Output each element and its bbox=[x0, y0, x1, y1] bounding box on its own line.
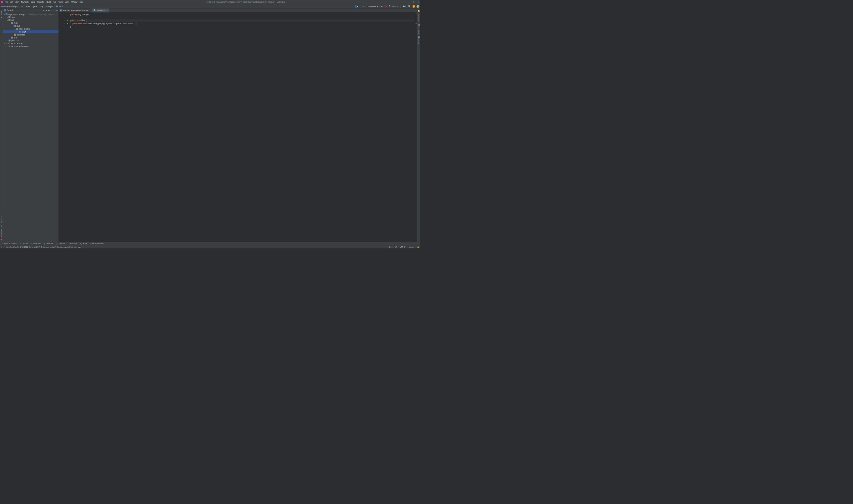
search-icon[interactable]: 🔍 bbox=[408, 5, 411, 8]
project-tool-button[interactable]: Project bbox=[1, 10, 2, 15]
breadcrumb-item[interactable]: Main bbox=[59, 5, 63, 7]
profile-button[interactable]: ◔▾ bbox=[393, 5, 396, 8]
coverage-button[interactable]: ⛨ bbox=[389, 5, 391, 8]
notifications-tool-button[interactable]: 🔔 Notifications bbox=[418, 10, 420, 22]
menu-window[interactable]: Window bbox=[71, 1, 77, 3]
menu-help[interactable]: Help bbox=[80, 1, 84, 3]
class-icon: C bbox=[93, 9, 95, 11]
tree-row-test[interactable]: ▸ test bbox=[3, 36, 58, 39]
breadcrumb-item[interactable]: example bbox=[46, 5, 53, 7]
run-line-icon[interactable]: ▶ bbox=[67, 19, 68, 21]
tree-row-src[interactable]: ▾ src bbox=[3, 19, 58, 22]
terminal-tool-button[interactable]: ▣Terminal bbox=[43, 243, 53, 245]
menu-code[interactable]: Code bbox=[31, 1, 35, 3]
translate-icon[interactable]: �文 bbox=[403, 5, 407, 8]
encoding[interactable]: UTF-8 bbox=[400, 246, 405, 248]
tree-row-ext-libs[interactable]: ▸ ⫿⫿⫿ External Libraries bbox=[3, 42, 58, 45]
select-opened-icon[interactable]: ⊕ bbox=[43, 9, 45, 11]
chevron-down-icon[interactable]: ▾ bbox=[12, 25, 13, 26]
chevron-down-icon[interactable]: ▼ bbox=[15, 10, 16, 11]
profiler-tool-button[interactable]: ◔Profiler bbox=[56, 243, 65, 245]
line-ending[interactable]: LF bbox=[395, 246, 397, 248]
warning-marker[interactable] bbox=[416, 23, 417, 23]
menu-navigate[interactable]: Navigate bbox=[21, 1, 29, 3]
menu-run[interactable]: Run bbox=[53, 1, 56, 3]
close-button[interactable]: ✕ bbox=[418, 1, 419, 3]
structure-tool-button[interactable]: Structure bbox=[1, 216, 2, 223]
chevron-right-icon: 〉 bbox=[43, 5, 45, 8]
tree-row-idea[interactable]: ▸ .idea bbox=[3, 16, 58, 19]
problems-tool-button[interactable]: ⊘Problems bbox=[30, 243, 41, 245]
project-tree: ▾ equipment-manage D:\YhcResource\myProj… bbox=[3, 12, 58, 242]
breadcrumb-item[interactable]: java bbox=[33, 5, 37, 7]
project-panel-title[interactable]: Project bbox=[7, 9, 13, 11]
chevron-down-icon[interactable]: ▾ bbox=[7, 19, 8, 21]
maximize-button[interactable]: ❐ bbox=[413, 1, 415, 3]
tree-row-java[interactable]: ▾ java bbox=[3, 24, 58, 28]
chevron-down-icon[interactable]: ▾ bbox=[4, 14, 5, 15]
structure-icon[interactable]: ⧉ bbox=[1, 225, 2, 227]
tree-row-resources[interactable]: resources bbox=[3, 33, 58, 36]
window-title: equipment-manage [D:\YhcResource\myProje… bbox=[84, 1, 408, 3]
todo-tool-button[interactable]: ≡TODO bbox=[19, 243, 28, 245]
bookmarks-tool-button[interactable]: Bookmarks bbox=[1, 229, 2, 237]
database-tool-button[interactable]: 🗄 Database bbox=[418, 24, 420, 34]
back-icon[interactable]: ↖ bbox=[362, 5, 364, 8]
maven-tool-button[interactable]: m Maven bbox=[418, 36, 420, 44]
breadcrumb-item[interactable]: org bbox=[40, 5, 42, 7]
bookmark-icon[interactable]: ■ bbox=[1, 17, 2, 19]
expand-all-icon[interactable]: ⇥ bbox=[46, 9, 47, 11]
tab-main[interactable]: C Main.java × bbox=[92, 8, 109, 13]
version-control-tool-button[interactable]: ⎇Version Control bbox=[1, 243, 17, 245]
chevron-right-icon[interactable]: ▸ bbox=[7, 16, 8, 18]
tab-menu-icon[interactable]: ⋮ bbox=[412, 10, 417, 12]
menu-edit[interactable]: Edit bbox=[10, 1, 13, 3]
inspection-ok-icon[interactable]: ✔ bbox=[415, 13, 417, 15]
chevron-right-icon: 〉 bbox=[31, 5, 33, 8]
debug-button[interactable]: 🐞 bbox=[384, 5, 387, 8]
tree-row-main[interactable]: ▾ main bbox=[3, 22, 58, 24]
menu-view[interactable]: View bbox=[15, 1, 19, 3]
add-user-icon[interactable]: 👤▾ bbox=[354, 5, 358, 7]
hide-icon[interactable]: — bbox=[56, 9, 57, 11]
tab-pom[interactable]: m pom.xml (equipment-manage) × bbox=[58, 8, 92, 13]
menu-refactor[interactable]: Refactor bbox=[37, 1, 45, 3]
dependencies-tool-button[interactable]: ⧉Dependencies bbox=[89, 243, 104, 245]
services-tool-button[interactable]: ▶Services bbox=[67, 243, 77, 245]
cursor-position[interactable]: 3:14 bbox=[389, 246, 393, 248]
menu-file[interactable]: File bbox=[5, 1, 8, 3]
close-tab-icon[interactable]: × bbox=[89, 10, 90, 12]
lock-icon[interactable]: 🔒 bbox=[417, 246, 419, 248]
tool-windows-icon[interactable] bbox=[1, 246, 3, 248]
menu-build[interactable]: Build bbox=[47, 1, 51, 3]
run-config-selector[interactable]: Current File ▼ bbox=[366, 5, 380, 8]
status-message[interactable]: Localized IntelliJ IDEA 2022.3 is availa… bbox=[6, 246, 82, 248]
build-tool-button[interactable]: 🔨Build bbox=[80, 243, 87, 245]
stop-button[interactable]: ■ bbox=[397, 5, 399, 8]
chevron-down-icon[interactable]: ▾ bbox=[15, 28, 16, 30]
close-tab-icon[interactable]: × bbox=[106, 9, 107, 11]
menu-tools[interactable]: Tools bbox=[58, 1, 63, 3]
chevron-right-icon[interactable]: ▸ bbox=[4, 42, 5, 44]
breadcrumb-item[interactable]: main bbox=[26, 5, 30, 7]
menu-vcs[interactable]: VCS bbox=[65, 1, 69, 3]
settings-icon[interactable]: ⚙ bbox=[53, 9, 54, 11]
indent-settings[interactable]: 4 spaces bbox=[407, 246, 414, 248]
bookmarks-icon[interactable]: 🔖 bbox=[0, 238, 2, 240]
tree-row-package[interactable]: ▾ org.example bbox=[3, 28, 58, 31]
chevron-right-icon[interactable]: ▸ bbox=[10, 37, 11, 38]
code-editor[interactable]: package org.example; public class Main {… bbox=[69, 12, 415, 242]
update-icon[interactable]: ↑ bbox=[413, 5, 415, 8]
tree-row-class-main[interactable]: C Main bbox=[3, 31, 58, 33]
tree-row-pom[interactable]: m pom.xml bbox=[3, 39, 58, 42]
chevron-down-icon[interactable]: ▾ bbox=[10, 22, 11, 24]
run-button[interactable]: ▶ bbox=[381, 5, 383, 8]
collapse-all-icon[interactable]: ⇤ bbox=[48, 9, 50, 11]
tree-row-project[interactable]: ▾ equipment-manage D:\YhcResource\myProj… bbox=[3, 13, 58, 16]
run-line-icon[interactable]: ▶ bbox=[67, 22, 68, 24]
codewithme-icon[interactable] bbox=[416, 5, 419, 8]
breadcrumb-item[interactable]: src bbox=[21, 5, 23, 7]
breadcrumb-item[interactable]: equipment-manage bbox=[1, 5, 17, 7]
minimize-button[interactable]: ― bbox=[408, 1, 410, 3]
tree-row-scratches[interactable]: ⧉ Scratches and Consoles bbox=[3, 45, 58, 48]
